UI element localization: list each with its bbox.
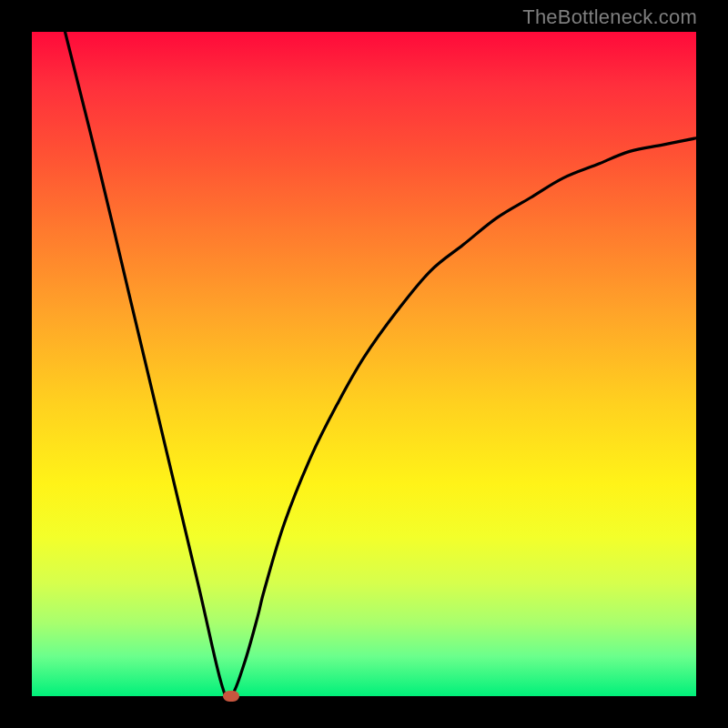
- minimum-marker: [223, 691, 239, 702]
- watermark-label: TheBottleneck.com: [522, 5, 697, 29]
- plot-area: [32, 32, 696, 696]
- bottleneck-curve: [32, 32, 696, 696]
- chart-frame: TheBottleneck.com: [0, 0, 728, 728]
